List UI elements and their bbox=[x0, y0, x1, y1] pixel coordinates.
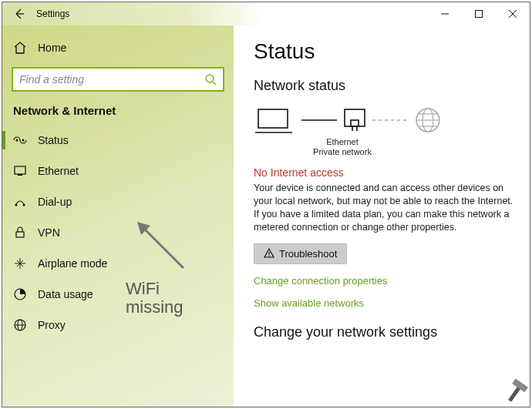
dialup-icon bbox=[13, 195, 27, 209]
line-solid-icon bbox=[301, 116, 337, 124]
sidebar-item-ethernet[interactable]: Ethernet bbox=[2, 156, 234, 186]
sidebar-item-label: Proxy bbox=[38, 319, 66, 331]
line-dashed-icon bbox=[372, 116, 408, 124]
minimize-button[interactable] bbox=[428, 3, 462, 25]
maximize-button[interactable] bbox=[462, 3, 496, 25]
svg-rect-13 bbox=[16, 232, 24, 237]
link-change-connection-properties[interactable]: Change connection properties bbox=[254, 275, 530, 287]
titlebar: Settings bbox=[2, 2, 530, 25]
troubleshoot-label: Troubleshoot bbox=[279, 248, 337, 260]
svg-rect-20 bbox=[258, 109, 288, 128]
sidebar-item-label: VPN bbox=[38, 226, 60, 239]
link-show-available-networks[interactable]: Show available networks bbox=[254, 297, 530, 309]
svg-rect-10 bbox=[18, 174, 22, 176]
sidebar-item-data-usage[interactable]: Data usage bbox=[2, 279, 234, 310]
sidebar-category: Network & Internet bbox=[2, 99, 234, 125]
section-network-status: Network status bbox=[254, 78, 530, 94]
data-usage-icon bbox=[13, 287, 27, 301]
sidebar-item-proxy[interactable]: Proxy bbox=[2, 310, 234, 340]
globe-icon bbox=[412, 105, 443, 136]
section-change-network-settings: Change your network settings bbox=[254, 324, 530, 340]
home-icon bbox=[13, 41, 27, 55]
svg-point-5 bbox=[206, 75, 214, 82]
sidebar-home[interactable]: Home bbox=[2, 33, 234, 62]
settings-window: Settings Home Network & Inte bbox=[2, 2, 530, 407]
proxy-icon bbox=[13, 318, 27, 332]
svg-rect-24 bbox=[351, 120, 359, 126]
svg-point-8 bbox=[22, 139, 25, 142]
ethernet-icon bbox=[13, 164, 27, 178]
page-title: Status bbox=[254, 39, 530, 64]
network-diagram bbox=[254, 105, 530, 136]
sidebar-item-vpn[interactable]: VPN bbox=[2, 217, 234, 248]
pc-icon bbox=[254, 105, 297, 136]
sidebar-item-airplane[interactable]: Airplane mode bbox=[2, 248, 234, 279]
sidebar-item-label: Ethernet bbox=[38, 165, 79, 177]
sidebar: Home Network & Internet Status E bbox=[2, 25, 234, 407]
troubleshoot-button[interactable]: Troubleshoot bbox=[254, 243, 347, 264]
sidebar-item-label: Dial-up bbox=[38, 196, 72, 208]
diagram-label: EthernetPrivate network bbox=[300, 137, 385, 157]
svg-line-6 bbox=[213, 82, 216, 85]
window-title: Settings bbox=[36, 8, 69, 19]
search-input[interactable] bbox=[19, 73, 204, 85]
svg-point-7 bbox=[16, 139, 19, 142]
warning-icon bbox=[264, 248, 274, 259]
router-icon bbox=[342, 105, 368, 136]
sidebar-item-dialup[interactable]: Dial-up bbox=[2, 186, 234, 217]
svg-rect-9 bbox=[15, 166, 25, 174]
content-pane: Status Network status EthernetPrivate ne… bbox=[234, 25, 530, 407]
sidebar-item-label: Airplane mode bbox=[38, 257, 107, 270]
airplane-icon bbox=[13, 256, 27, 270]
svg-point-12 bbox=[23, 204, 25, 206]
sidebar-item-label: Status bbox=[38, 134, 69, 146]
vpn-icon bbox=[13, 226, 27, 240]
sidebar-item-status[interactable]: Status bbox=[2, 125, 234, 156]
status-icon bbox=[13, 133, 27, 147]
svg-rect-2 bbox=[476, 11, 483, 18]
search-box[interactable] bbox=[12, 67, 224, 92]
svg-rect-23 bbox=[345, 109, 365, 126]
svg-point-34 bbox=[268, 256, 270, 257]
alert-no-internet: No Internet access bbox=[254, 166, 530, 179]
close-button[interactable] bbox=[496, 3, 530, 25]
back-icon[interactable] bbox=[13, 8, 25, 20]
status-description: Your device is connected and can access … bbox=[254, 182, 516, 234]
search-icon bbox=[204, 73, 217, 85]
sidebar-item-label: Data usage bbox=[38, 288, 93, 300]
sidebar-home-label: Home bbox=[38, 42, 66, 54]
svg-point-11 bbox=[15, 204, 18, 206]
